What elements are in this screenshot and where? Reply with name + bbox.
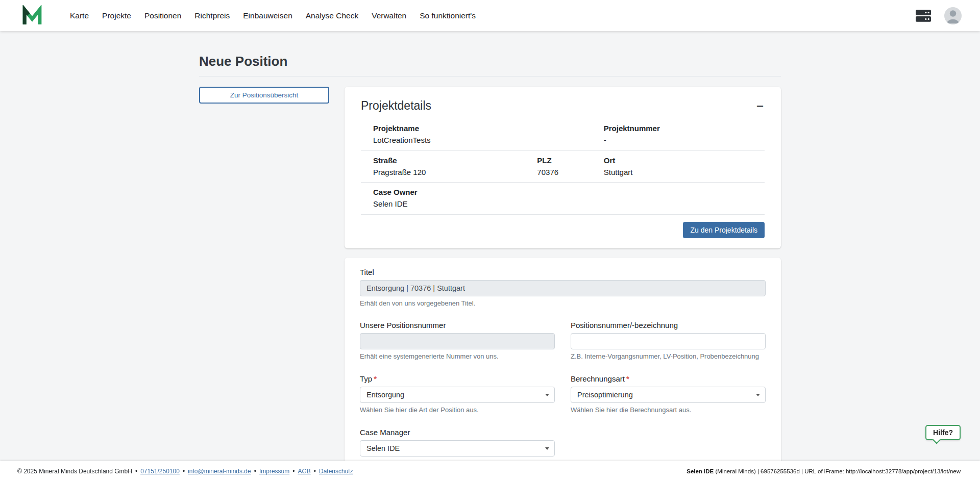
- footer-link-impressum[interactable]: Impressum: [259, 468, 289, 475]
- project-details-card: Projektdetails − Projektname LotCreation…: [345, 87, 781, 248]
- required-asterisk: *: [374, 374, 377, 383]
- projektnummer-label: Projektnummer: [604, 123, 765, 134]
- titel-group: Titel Erhält den von uns vorgegebenen Ti…: [360, 268, 766, 308]
- typ-label-text: Typ: [360, 374, 372, 383]
- case-manager-select[interactable]: Selen IDE: [360, 440, 555, 457]
- case-manager-select-value: Selen IDE: [366, 444, 400, 452]
- chevron-down-icon: [545, 447, 549, 450]
- berechnungsart-label-text: Berechnungsart: [571, 374, 625, 383]
- help-button-label: Hilfe?: [933, 428, 953, 437]
- nav-item-analyse-check[interactable]: Analyse Check: [299, 7, 365, 25]
- mineral-minds-logo-icon[interactable]: [21, 5, 43, 27]
- nav-item-so-funktionierts[interactable]: So funktioniert's: [413, 7, 482, 25]
- chevron-down-icon: [756, 394, 760, 396]
- unsere-positionsnummer-label: Unsere Positionsnummer: [360, 321, 555, 330]
- typ-group: Typ* Entsorgung Wählen Sie hier die Art …: [360, 374, 555, 415]
- strasse-cell: Straße Pragstraße 120: [373, 156, 537, 178]
- help-button[interactable]: Hilfe?: [925, 425, 961, 440]
- nav-item-projekte[interactable]: Projekte: [95, 7, 138, 25]
- session-info: Selen IDE (Mineral Minds) | 69576255536d…: [687, 468, 961, 474]
- chevron-down-icon: [545, 394, 549, 396]
- table-row: Straße Pragstraße 120 PLZ 70376 Ort Stut…: [361, 151, 765, 183]
- project-details-table: Projektname LotCreationTests Projektnumm…: [361, 119, 765, 215]
- strasse-value: Pragstraße 120: [373, 167, 537, 178]
- footer-left: © 2025 Mineral Minds Deutschland GmbH • …: [17, 468, 353, 475]
- positionsnummer-help-text: Z.B. Interne-Vorgangsnummer, LV-Position…: [571, 352, 766, 361]
- session-details: (Mineral Minds) | 69576255536d | URL of …: [714, 468, 961, 474]
- left-column: Zur Positionsübersicht: [199, 87, 345, 104]
- titel-label: Titel: [360, 268, 766, 276]
- nav-item-karte[interactable]: Karte: [63, 7, 95, 25]
- server-icon[interactable]: [916, 9, 931, 22]
- ort-value: Stuttgart: [604, 167, 765, 178]
- separator-dot: •: [254, 468, 256, 475]
- separator-dot: •: [135, 468, 137, 475]
- footer-link-phone[interactable]: 07151/250100: [140, 468, 180, 475]
- plz-cell: PLZ 70376: [537, 156, 603, 178]
- unsere-positionsnummer-help-text: Erhält eine systemgenerierte Nummer von …: [360, 352, 555, 361]
- footer-link-email[interactable]: info@mineral-minds.de: [188, 468, 251, 475]
- ort-label: Ort: [604, 156, 765, 166]
- case-manager-label: Case Manager: [360, 428, 555, 437]
- positions-overview-button[interactable]: Zur Positionsübersicht: [199, 87, 329, 104]
- nav-item-einbauweisen[interactable]: Einbauweisen: [236, 7, 299, 25]
- typ-label: Typ*: [360, 374, 555, 383]
- user-avatar-icon[interactable]: [944, 7, 962, 24]
- positionsnummer-label: Positionsnummer/-bezeichnung: [571, 321, 766, 330]
- case-owner-cell: Case Owner Selen IDE: [373, 187, 765, 210]
- session-user: Selen IDE: [687, 468, 714, 474]
- copyright-text: © 2025 Mineral Minds Deutschland GmbH: [17, 468, 132, 475]
- projektnummer-cell: Projektnummer -: [604, 123, 765, 146]
- typ-select[interactable]: Entsorgung: [360, 387, 555, 403]
- footer-link-agb[interactable]: AGB: [298, 468, 310, 475]
- berechnungsart-help-text: Wählen Sie hier die Berechnungsart aus.: [571, 406, 766, 415]
- new-position-form-card: Titel Erhält den von uns vorgegebenen Ti…: [345, 258, 781, 481]
- typ-help-text: Wählen Sie hier die Art der Position aus…: [360, 406, 555, 415]
- separator-dot: •: [183, 468, 185, 475]
- collapse-minus-icon[interactable]: −: [755, 97, 765, 112]
- titel-input: [360, 280, 766, 296]
- to-project-details-button[interactable]: Zu den Projektdetails: [683, 222, 765, 238]
- navbar-right: [916, 7, 962, 24]
- nav-item-positionen[interactable]: Positionen: [138, 7, 188, 25]
- strasse-label: Straße: [373, 156, 537, 166]
- separator-dot: •: [292, 468, 295, 475]
- projektnummer-value: -: [604, 135, 765, 145]
- projektname-cell: Projektname LotCreationTests: [373, 123, 604, 146]
- unsere-positionsnummer-input: [360, 333, 555, 349]
- plz-value: 70376: [537, 167, 603, 178]
- berechnungsart-group: Berechnungsart* Preisoptimierung Wählen …: [571, 374, 766, 415]
- page-title: Neue Position: [199, 54, 781, 77]
- table-row: Projektname LotCreationTests Projektnumm…: [361, 119, 765, 151]
- case-owner-label: Case Owner: [373, 187, 765, 197]
- titel-help-text: Erhält den von uns vorgegebenen Titel.: [360, 299, 766, 308]
- typ-select-value: Entsorgung: [366, 391, 404, 399]
- nav-item-richtpreis[interactable]: Richtpreis: [188, 7, 236, 25]
- berechnungsart-select-value: Preisoptimierung: [577, 391, 633, 399]
- ort-cell: Ort Stuttgart: [604, 156, 765, 178]
- case-manager-group: Case Manager Selen IDE: [360, 428, 555, 457]
- required-asterisk: *: [626, 374, 629, 383]
- berechnungsart-select[interactable]: Preisoptimierung: [571, 387, 766, 403]
- main-nav: Karte Projekte Positionen Richtpreis Ein…: [63, 7, 482, 25]
- top-navbar: Karte Projekte Positionen Richtpreis Ein…: [0, 0, 980, 31]
- separator-dot: •: [314, 468, 316, 475]
- project-card-title: Projektdetails: [361, 99, 431, 113]
- unsere-positionsnummer-group: Unsere Positionsnummer Erhält eine syste…: [360, 321, 555, 361]
- main-content: Neue Position Zur Positionsübersicht Pro…: [0, 31, 980, 481]
- table-row: Case Owner Selen IDE: [361, 183, 765, 215]
- projektname-value: LotCreationTests: [373, 135, 604, 145]
- case-owner-value: Selen IDE: [373, 199, 765, 209]
- footer-link-datenschutz[interactable]: Datenschutz: [319, 468, 353, 475]
- footer: © 2025 Mineral Minds Deutschland GmbH • …: [0, 461, 980, 481]
- positionsnummer-group: Positionsnummer/-bezeichnung Z.B. Intern…: [571, 321, 766, 361]
- positionsnummer-input[interactable]: [571, 333, 766, 349]
- nav-item-verwalten[interactable]: Verwalten: [365, 7, 413, 25]
- right-column: Projektdetails − Projektname LotCreation…: [345, 87, 781, 481]
- plz-label: PLZ: [537, 156, 603, 166]
- berechnungsart-label: Berechnungsart*: [571, 374, 766, 383]
- projektname-label: Projektname: [373, 123, 604, 134]
